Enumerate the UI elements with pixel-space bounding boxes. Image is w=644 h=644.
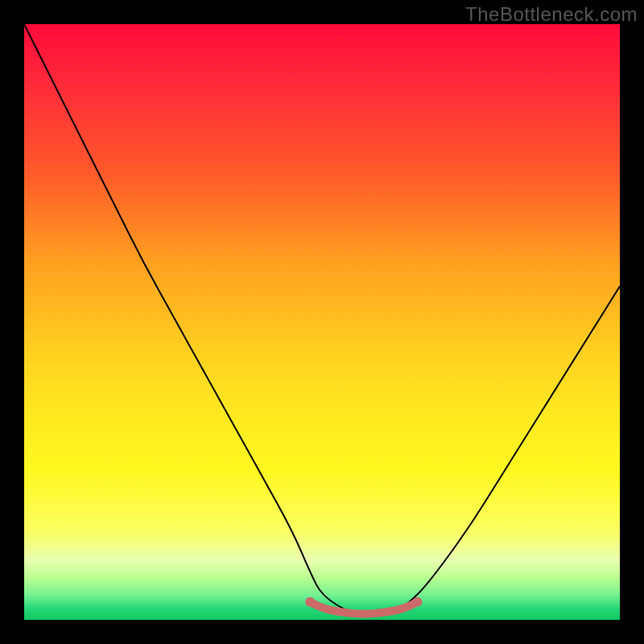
curve-layer — [24, 24, 620, 620]
watermark-text: TheBottleneck.com — [465, 3, 638, 26]
bottleneck-curve — [24, 24, 620, 614]
optimal-band — [310, 602, 417, 614]
optimal-band-end-marker — [412, 597, 422, 607]
plot-area — [24, 24, 620, 620]
optimal-band-start-marker — [305, 597, 315, 607]
chart-stage: TheBottleneck.com — [0, 0, 644, 644]
